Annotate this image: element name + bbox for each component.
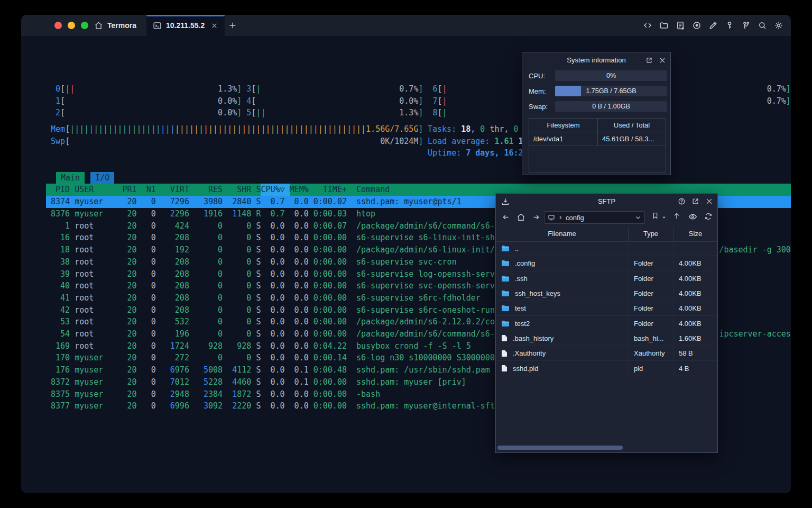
home-icon bbox=[94, 21, 103, 30]
folder-icon bbox=[501, 260, 510, 267]
load-line: Load average: 1.61 1 bbox=[428, 135, 523, 148]
close-tab-icon[interactable] bbox=[211, 22, 218, 29]
process-row[interactable]: 176 myuser 20 0 6976 5008 4112 S 0.0 0.1… bbox=[46, 364, 490, 376]
app-window: Termora 10.211.55.2 bbox=[21, 15, 791, 493]
sftp-file-row[interactable]: ssh_host_keysFolder4.00KB bbox=[496, 286, 717, 301]
bookmark-icon[interactable] bbox=[651, 212, 659, 220]
sftp-file-row[interactable]: .bash_historybash_hi...1.60KB bbox=[496, 331, 717, 346]
fs-table-header: Used / Total bbox=[598, 119, 666, 132]
tab-termora[interactable]: Termora bbox=[94, 15, 136, 36]
refresh-icon[interactable] bbox=[704, 212, 713, 221]
file-type: bash_hi... bbox=[628, 331, 673, 346]
cpu-meter-line: 0[|| 1.3%] 3[| 0.7%] 6[| 0.7%] bbox=[46, 83, 791, 95]
file-size: 1.60KB bbox=[673, 331, 717, 346]
active-tab-accent bbox=[146, 15, 225, 16]
file-type: Folder bbox=[628, 256, 673, 270]
file-size: 4.00KB bbox=[673, 256, 717, 270]
search-icon[interactable] bbox=[758, 21, 767, 30]
key-icon[interactable] bbox=[725, 21, 734, 30]
sftp-file-row[interactable]: .. bbox=[496, 241, 717, 256]
new-tab-button[interactable] bbox=[228, 21, 237, 30]
close-icon[interactable] bbox=[705, 197, 713, 205]
open-in-window-icon[interactable] bbox=[645, 57, 653, 64]
back-icon[interactable] bbox=[501, 213, 510, 222]
process-row[interactable]: 39 root 20 0 208 0 0 S 0.0 0.0 0:00.00 s… bbox=[46, 268, 495, 280]
file-name: test2 bbox=[515, 320, 530, 328]
sftp-panel: SFTP config FilenameTypeSize ...configFo… bbox=[495, 193, 718, 453]
sftp-column-headers[interactable]: FilenameTypeSize bbox=[496, 226, 717, 242]
help-icon[interactable] bbox=[678, 197, 686, 205]
sysinfo-value: 0% bbox=[555, 70, 667, 81]
pencil-icon[interactable] bbox=[708, 21, 718, 30]
close-icon[interactable] bbox=[659, 57, 666, 64]
sftp-file-row[interactable]: .configFolder4.00KB bbox=[496, 256, 717, 271]
tasks-line: Tasks: 18, 0 thr, 0 k bbox=[428, 123, 528, 135]
process-row[interactable]: 16 root 20 0 208 0 0 S 0.0 0.0 0:00.00 s… bbox=[46, 232, 495, 244]
toolbar-right bbox=[643, 15, 783, 36]
sftp-file-row[interactable]: .sshFolder4.00KB bbox=[496, 271, 717, 286]
process-row[interactable]: 169 root 20 0 1724 928 928 S 0.0 0.0 0:0… bbox=[46, 340, 471, 352]
chevron-right-icon bbox=[558, 215, 563, 220]
tab-host[interactable]: 10.211.55.2 bbox=[146, 15, 225, 36]
chevron-down-icon[interactable] bbox=[635, 214, 641, 221]
file-type: Folder bbox=[628, 286, 673, 301]
branch-icon[interactable] bbox=[741, 21, 751, 30]
sftp-file-row[interactable]: testFolder4.00KB bbox=[496, 301, 717, 316]
sftp-file-row[interactable]: sshd.pidpid4 B bbox=[496, 361, 717, 376]
tab-bar: Termora 10.211.55.2 bbox=[21, 15, 791, 36]
code-icon[interactable] bbox=[643, 21, 652, 30]
file-icon bbox=[501, 334, 508, 342]
process-row[interactable]: 42 root 20 0 208 0 0 S 0.0 0.0 0:00.00 s… bbox=[46, 304, 495, 316]
horizontal-scrollbar[interactable] bbox=[497, 446, 623, 450]
sftp-file-row[interactable]: .XauthorityXauthority58 B bbox=[496, 346, 717, 361]
cpu-meter-line: 2[ 0.0%] 5[|| 1.3%] 8[| bbox=[46, 107, 447, 119]
file-name: .config bbox=[515, 259, 535, 267]
process-row[interactable]: 53 root 20 0 532 0 0 S 0.0 0.0 0:00.00 /… bbox=[46, 316, 495, 328]
minimize-window-button[interactable] bbox=[68, 22, 75, 29]
record-icon[interactable] bbox=[692, 21, 702, 30]
sftp-column-header[interactable]: Size bbox=[673, 226, 717, 241]
process-row[interactable]: 8375 myuser 20 0 2948 2384 1872 S 0.0 0.… bbox=[46, 388, 380, 401]
mem-meter: Mem[||||||||||||||||||||||||||||||||||||… bbox=[46, 123, 423, 135]
uptime-line: Uptime: 7 days, 16:28 bbox=[428, 147, 528, 159]
home-icon[interactable] bbox=[516, 213, 525, 222]
process-row[interactable]: 8377 myuser 20 0 6996 3092 2220 S 0.0 0.… bbox=[46, 400, 495, 412]
path-field[interactable]: config bbox=[544, 211, 645, 224]
open-in-window-icon[interactable] bbox=[691, 197, 699, 205]
forward-icon[interactable] bbox=[532, 213, 541, 222]
sftp-column-header[interactable]: Filename bbox=[496, 226, 628, 241]
zoom-window-button[interactable] bbox=[81, 22, 88, 29]
process-row[interactable]: 1 root 20 0 424 0 0 S 0.0 0.0 0:00.07 /p… bbox=[46, 220, 495, 232]
computer-icon bbox=[548, 214, 555, 221]
process-row[interactable]: 40 root 20 0 208 0 0 S 0.0 0.0 0:00.00 s… bbox=[46, 280, 495, 292]
system-information-panel: System information CPU:0%Mem:1.75GB / 7.… bbox=[522, 52, 671, 175]
sysinfo-label: Swap: bbox=[529, 101, 548, 112]
sftp-file-row[interactable]: test2Folder4.00KB bbox=[496, 316, 717, 331]
file-size: 4.00KB bbox=[673, 271, 717, 286]
process-row[interactable]: 8376 myuser 20 0 2296 1916 1148 R 0.7 0.… bbox=[46, 208, 375, 220]
close-window-button[interactable] bbox=[54, 22, 62, 29]
caret-down-icon[interactable] bbox=[661, 215, 667, 220]
sftp-column-header[interactable]: Type bbox=[628, 226, 673, 241]
file-size: 4 B bbox=[673, 361, 717, 375]
log-icon[interactable] bbox=[676, 21, 685, 30]
file-icon bbox=[501, 350, 508, 357]
process-row[interactable]: 41 root 20 0 208 0 0 S 0.0 0.0 0:00.00 s… bbox=[46, 292, 481, 304]
process-row[interactable]: 38 root 20 0 208 0 0 S 0.0 0.0 0:00.00 s… bbox=[46, 256, 457, 268]
gear-icon[interactable] bbox=[774, 21, 783, 30]
file-size: 4.00KB bbox=[673, 301, 717, 315]
eye-icon[interactable] bbox=[688, 212, 697, 221]
file-size: 4.00KB bbox=[673, 286, 717, 301]
folder-icon bbox=[501, 245, 510, 252]
fs-table-header: Filesystem bbox=[529, 119, 598, 132]
file-type: pid bbox=[628, 361, 673, 375]
upload-icon[interactable] bbox=[672, 212, 681, 220]
file-type: Folder bbox=[628, 316, 673, 330]
fs-name: /dev/vda1 bbox=[529, 132, 598, 146]
folder-icon[interactable] bbox=[659, 21, 669, 30]
htop-tab-io[interactable]: I/O bbox=[90, 172, 114, 184]
htop-tab-main[interactable]: Main bbox=[56, 172, 85, 184]
process-row[interactable]: 8372 myuser 20 0 7012 5228 4460 S 0.0 0.… bbox=[46, 376, 466, 388]
process-row[interactable]: 170 myuser 20 0 272 0 0 S 0.0 0.0 0:00.1… bbox=[46, 352, 495, 364]
cpu-meter-line: 1[ 0.0%] 4[ 0.0%] 7[| 0.7%] bbox=[46, 95, 791, 107]
